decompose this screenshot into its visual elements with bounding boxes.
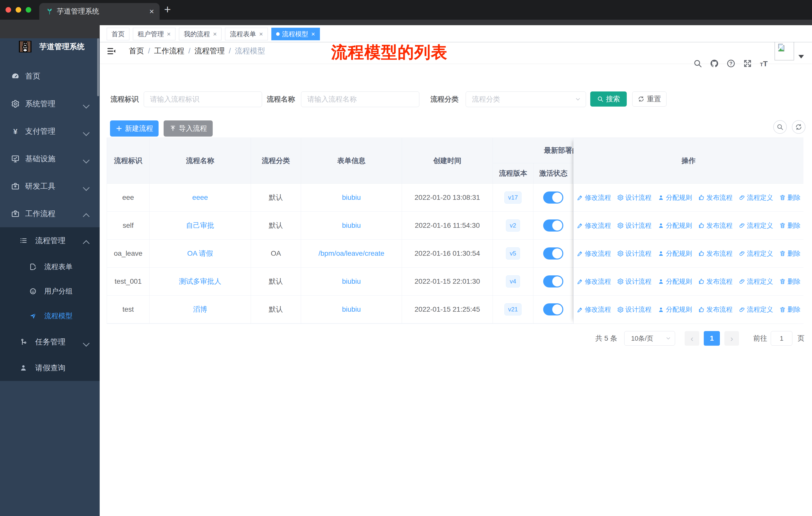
breadcrumb-home[interactable]: 首页 — [129, 46, 144, 56]
sidebar-item-process-model[interactable]: 流程模型 — [0, 303, 100, 329]
active-toggle[interactable] — [543, 191, 563, 203]
tag-my-process[interactable]: 我的流程 × — [179, 28, 222, 40]
assign-rule-link[interactable]: 分配规则 — [658, 305, 692, 314]
design-process-link[interactable]: 设计流程 — [617, 305, 652, 314]
sidebar-item-system[interactable]: 系统管理 — [0, 91, 100, 116]
active-toggle[interactable] — [543, 275, 563, 288]
design-process-link[interactable]: 设计流程 — [617, 249, 652, 258]
sidebar-item-payment[interactable]: 支付管理 — [0, 119, 100, 144]
edit-process-link[interactable]: 修改流程 — [577, 193, 611, 202]
app-logo[interactable] — [17, 41, 34, 52]
sidebar-item-user-group[interactable]: 用户分组 — [0, 279, 100, 304]
tag-process-model[interactable]: 流程模型 × — [271, 28, 320, 40]
delete-link[interactable]: 删除 — [779, 277, 801, 286]
sidebar-item-process-mgmt[interactable]: 流程管理 — [0, 228, 100, 253]
window-minimize-button[interactable] — [16, 7, 21, 12]
process-definition-link[interactable]: 流程定义 — [739, 249, 773, 258]
github-icon[interactable] — [710, 59, 719, 68]
active-toggle[interactable] — [543, 303, 563, 316]
design-process-link[interactable]: 设计流程 — [617, 277, 652, 286]
goto-page-input[interactable] — [771, 331, 792, 346]
active-toggle[interactable] — [543, 247, 563, 260]
reset-button[interactable]: 重置 — [632, 91, 667, 107]
process-name-link[interactable]: OA 请假 — [187, 249, 213, 258]
next-page-button[interactable]: › — [724, 331, 739, 346]
process-name-link[interactable]: 滔博 — [193, 305, 207, 314]
sidebar-item-home[interactable]: 首页 — [0, 63, 100, 89]
process-definition-link[interactable]: 流程定义 — [739, 193, 773, 202]
process-category-select[interactable]: 流程分类 — [466, 91, 586, 107]
edit-process-link[interactable]: 修改流程 — [577, 277, 611, 286]
hamburger-collapse-icon[interactable] — [107, 46, 116, 56]
deploy-process-link[interactable]: 发布流程 — [698, 193, 733, 202]
process-name-input[interactable] — [301, 91, 419, 107]
deploy-process-link[interactable]: 发布流程 — [698, 221, 733, 230]
form-info-link[interactable]: biubiu — [342, 193, 361, 201]
edit-process-link[interactable]: 修改流程 — [577, 305, 611, 314]
gear-icon — [617, 306, 624, 313]
assign-rule-link[interactable]: 分配规则 — [658, 221, 692, 230]
assign-rule-link[interactable]: 分配规则 — [658, 277, 692, 286]
close-icon[interactable]: × — [259, 30, 263, 38]
close-icon[interactable]: × — [213, 30, 217, 38]
breadcrumb-process-mgmt[interactable]: 流程管理 — [195, 46, 225, 56]
fullscreen-icon[interactable] — [743, 59, 752, 68]
tab-close-icon[interactable]: × — [149, 7, 154, 16]
toggle-search-button[interactable] — [773, 120, 787, 134]
form-info-link[interactable]: biubiu — [342, 305, 361, 314]
create-process-button[interactable]: 新建流程 — [110, 120, 158, 137]
assign-rule-link[interactable]: 分配规则 — [658, 193, 692, 202]
delete-link[interactable]: 删除 — [779, 221, 801, 230]
avatar-caret-icon[interactable] — [799, 55, 804, 58]
sidebar-item-process-form[interactable]: 流程表单 — [0, 254, 100, 279]
font-size-icon[interactable] — [760, 59, 769, 68]
help-icon[interactable] — [726, 59, 735, 68]
process-key-input[interactable] — [144, 91, 262, 107]
active-toggle[interactable] — [543, 219, 563, 232]
process-definition-link[interactable]: 流程定义 — [739, 277, 773, 286]
delete-link[interactable]: 删除 — [779, 249, 801, 258]
delete-link[interactable]: 删除 — [779, 305, 801, 314]
deploy-process-link[interactable]: 发布流程 — [698, 305, 733, 314]
edit-process-link[interactable]: 修改流程 — [577, 221, 611, 230]
page-size-select[interactable]: 10条/页 — [624, 331, 675, 346]
browser-tab[interactable]: 芋道管理系统 × — [39, 3, 160, 20]
close-icon[interactable]: × — [311, 30, 315, 38]
deploy-process-link[interactable]: 发布流程 — [698, 277, 733, 286]
form-info-link[interactable]: /bpm/oa/leave/create — [318, 249, 384, 257]
refresh-table-button[interactable] — [792, 120, 806, 134]
design-process-link[interactable]: 设计流程 — [617, 221, 652, 230]
sidebar-item-leave-query[interactable]: 请假查询 — [0, 355, 100, 380]
page-number-1[interactable]: 1 — [704, 331, 720, 346]
site-favicon — [46, 7, 53, 15]
window-zoom-button[interactable] — [26, 7, 31, 12]
deploy-process-link[interactable]: 发布流程 — [698, 249, 733, 258]
new-tab-button[interactable]: + — [164, 2, 171, 16]
tag-tenant-mgmt[interactable]: 租户管理 × — [133, 28, 175, 40]
design-process-link[interactable]: 设计流程 — [617, 193, 652, 202]
tag-process-form[interactable]: 流程表单 × — [225, 28, 267, 40]
prev-page-button[interactable]: ‹ — [685, 331, 699, 346]
search-button[interactable]: 搜索 — [590, 91, 627, 107]
delete-link[interactable]: 删除 — [779, 193, 801, 202]
sidebar-item-devtools[interactable]: 研发工具 — [0, 173, 100, 199]
sidebar-item-workflow[interactable]: 工作流程 — [0, 201, 100, 226]
form-info-link[interactable]: biubiu — [342, 277, 361, 286]
process-name-link[interactable]: 自己审批 — [186, 221, 214, 230]
avatar[interactable] — [775, 41, 794, 60]
close-icon[interactable]: × — [167, 30, 171, 38]
tag-home[interactable]: 首页 — [107, 28, 129, 40]
search-icon[interactable] — [693, 59, 702, 68]
breadcrumb-workflow[interactable]: 工作流程 — [154, 46, 184, 56]
form-info-link[interactable]: biubiu — [342, 221, 361, 229]
process-name-link[interactable]: 测试多审批人 — [179, 277, 221, 286]
process-name-link[interactable]: eeee — [192, 193, 208, 201]
sidebar-item-infra[interactable]: 基础设施 — [0, 146, 100, 171]
assign-rule-link[interactable]: 分配规则 — [658, 249, 692, 258]
window-close-button[interactable] — [5, 7, 11, 12]
edit-process-link[interactable]: 修改流程 — [577, 249, 611, 258]
process-definition-link[interactable]: 流程定义 — [739, 221, 773, 230]
sidebar-item-task-mgmt[interactable]: 任务管理 — [0, 329, 100, 354]
process-definition-link[interactable]: 流程定义 — [739, 305, 773, 314]
import-process-button[interactable]: 导入流程 — [164, 120, 213, 137]
